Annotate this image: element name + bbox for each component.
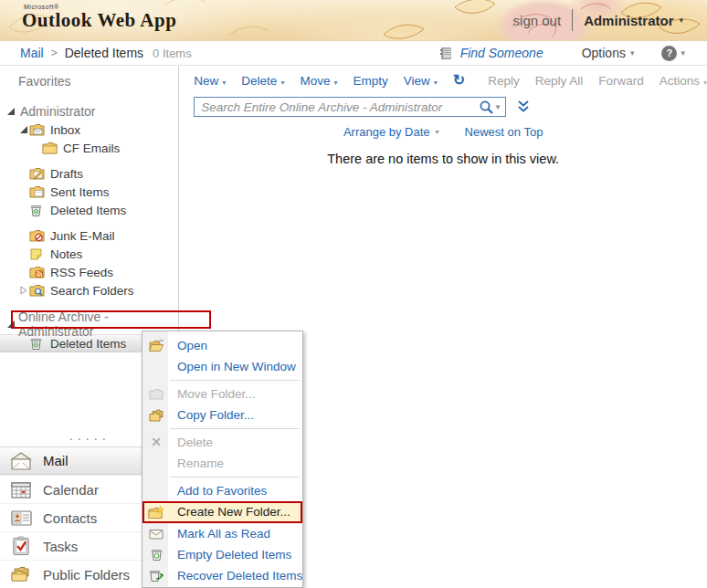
search-folder-icon <box>29 283 46 298</box>
breadcrumb: Mail > Deleted Items 0 Items <box>0 46 192 60</box>
user-menu[interactable]: Administrator ▾ <box>584 13 683 28</box>
calendar-icon <box>8 478 34 500</box>
folder-rss[interactable]: RSS Feeds <box>0 263 178 281</box>
chevron-down-icon: ▾ <box>436 128 439 136</box>
menu-item-label: Open in New Window <box>177 360 296 373</box>
menu-recover-deleted-items[interactable]: Recover Deleted Items <box>142 565 302 586</box>
contacts-icon <box>8 507 34 529</box>
favorites-header[interactable]: Favorites <box>18 74 178 89</box>
menu-rename: Rename <box>142 453 302 474</box>
menu-copy-folder[interactable]: Copy Folder... <box>142 404 302 425</box>
folder-label: Search Folders <box>50 284 134 298</box>
expand-double-chevron-icon[interactable] <box>517 100 530 114</box>
search-scope-caret-icon[interactable]: ▾ <box>494 102 506 111</box>
menu-item-label: Recover Deleted Items <box>177 569 302 583</box>
nav-label: Mail <box>43 453 69 468</box>
chevron-down-icon: ▾ <box>434 79 438 87</box>
arrange-by-label: Arrange by Date <box>343 125 430 139</box>
search-input[interactable] <box>195 100 478 114</box>
folder-junk[interactable]: Junk E-Mail <box>0 226 178 245</box>
menu-open-in-new-window[interactable]: Open in New Window <box>142 356 302 377</box>
menu-separator <box>170 477 300 478</box>
view-label: View <box>404 74 430 88</box>
sent-folder-icon <box>29 184 46 199</box>
delete-button[interactable]: Delete ▾ <box>241 74 284 88</box>
junk-folder-icon <box>29 228 46 243</box>
menu-item-label: Mark All as Read <box>177 527 270 541</box>
find-someone-button[interactable]: Find Someone <box>439 46 543 60</box>
chevron-down-icon: ▾ <box>280 79 284 87</box>
find-someone-label: Find Someone <box>460 46 543 60</box>
folder-notes[interactable]: Notes <box>0 245 178 263</box>
trash-icon <box>147 547 165 562</box>
folder-label: RSS Feeds <box>50 266 113 279</box>
trash-recover-icon <box>147 568 165 583</box>
owa-logo: Microsoft® Outlook Web App <box>22 4 176 30</box>
mail-icon <box>8 450 34 472</box>
chevron-down-icon: ▾ <box>630 48 635 58</box>
folder-icon <box>42 141 58 155</box>
sign-out-link[interactable]: sign out <box>513 13 562 28</box>
nav-label: Calendar <box>43 482 99 498</box>
menu-mark-all-as-read[interactable]: Mark All as Read <box>142 523 302 544</box>
folder-deleted-items[interactable]: Deleted Items <box>0 201 178 219</box>
new-button[interactable]: New ▾ <box>194 74 226 88</box>
menu-empty-deleted-items[interactable]: Empty Deleted Items <box>142 544 302 565</box>
menu-add-to-favorites[interactable]: Add to Favorites <box>142 480 302 501</box>
folder-sent-items[interactable]: Sent Items <box>0 183 178 201</box>
refresh-icon[interactable]: ↻ <box>453 76 465 85</box>
breadcrumb-current: Deleted Items <box>65 46 143 60</box>
menu-item-label: Open <box>177 339 207 352</box>
breadcrumb-mail[interactable]: Mail <box>20 46 44 60</box>
divider <box>572 9 573 31</box>
delete-label: Delete <box>241 74 277 88</box>
envelope-icon <box>147 526 165 541</box>
actions-label: Actions <box>660 74 700 88</box>
sort-order-button[interactable]: Newest on Top <box>465 125 543 139</box>
menu-create-new-folder[interactable]: Create New Folder... <box>142 501 302 523</box>
banner: Microsoft® Outlook Web App sign out Admi… <box>0 0 707 41</box>
address-book-icon <box>439 47 454 60</box>
chevron-down-icon: ▾ <box>679 16 683 25</box>
search-box[interactable]: ▾ <box>194 97 506 117</box>
menu-separator <box>170 380 300 381</box>
folder-cf-emails[interactable]: CF Emails <box>0 139 178 157</box>
user-name: Administrator <box>584 13 673 28</box>
collapsed-triangle-icon[interactable] <box>18 285 29 296</box>
forward-button: Forward <box>598 74 644 88</box>
help-menu[interactable]: ? ▾ <box>661 46 685 61</box>
menu-item-label: Empty Deleted Items <box>177 548 291 562</box>
move-button[interactable]: Move ▾ <box>300 74 337 88</box>
drafts-folder-icon <box>29 166 46 181</box>
delete-x-icon: ✕ <box>147 435 165 450</box>
breadcrumb-separator: > <box>51 47 58 59</box>
menu-item-label: Rename <box>177 457 224 470</box>
trash-icon <box>29 336 46 351</box>
arrange-by-button[interactable]: Arrange by Date ▾ <box>343 125 439 139</box>
folder-inbox[interactable]: Inbox <box>0 121 178 139</box>
folder-label: Sent Items <box>50 185 110 199</box>
view-button[interactable]: View ▾ <box>404 74 438 88</box>
actions-button: Actions ▾ <box>660 74 707 88</box>
expanded-triangle-icon[interactable] <box>5 319 16 330</box>
empty-button[interactable]: Empty <box>353 74 387 88</box>
item-count: 0 Items <box>153 47 192 60</box>
nav-label: Contacts <box>43 510 97 526</box>
folder-label: Notes <box>50 247 82 261</box>
menu-open[interactable]: Open <box>142 335 302 356</box>
tree-node-administrator[interactable]: Administrator <box>0 102 178 121</box>
chevron-down-icon: ▾ <box>703 79 707 87</box>
options-menu[interactable]: Options ▾ <box>582 46 635 60</box>
empty-label: Empty <box>353 74 387 88</box>
folder-drafts[interactable]: Drafts <box>0 164 178 183</box>
empty-view-message: There are no items to show in this view. <box>179 152 707 166</box>
search-icon[interactable] <box>479 100 494 115</box>
menu-item-label: Delete <box>177 436 213 449</box>
folder-tree: Administrator Inbox <box>0 102 178 352</box>
forward-label: Forward <box>598 74 644 88</box>
expanded-triangle-icon[interactable] <box>18 124 29 135</box>
expanded-triangle-icon[interactable] <box>5 106 16 117</box>
folder-search-folders[interactable]: Search Folders <box>0 281 178 299</box>
menu-item-label: Copy Folder... <box>177 408 254 422</box>
reply-button: Reply <box>488 74 520 88</box>
